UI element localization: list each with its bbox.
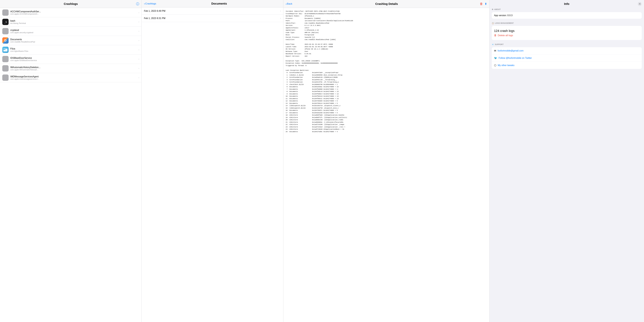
- panel-crashlogs: Crashlogs ⓘ ACCHWComponentAuthSer... com…: [0, 0, 142, 322]
- crashlog-details-title: Crashlog Details: [295, 2, 478, 5]
- logs-section-label: LOGS MANAGEMENT: [495, 22, 514, 24]
- app-info: cryptexd com.apple.security.cryptexd: [10, 29, 137, 34]
- twitter-link[interactable]: 🐦 Follow @foxfortmobile on Twitter: [492, 54, 642, 62]
- documents-nav-header: ‹ Crashlogs Documents: [142, 0, 283, 7]
- doc-date: Feb 1, 2023 8:31 PM: [144, 17, 280, 19]
- app-bundle: com.apple.IMAutomaticHistoryD...: [10, 69, 137, 71]
- chevron-icon: ›: [138, 48, 139, 51]
- back-chevron-icon: ‹: [144, 2, 145, 5]
- logs-section-icon: 📋: [492, 22, 494, 24]
- back-label: Back: [287, 2, 292, 5]
- crash-count: 124 crash logs: [494, 28, 640, 33]
- chevron-icon: ›: [138, 20, 139, 23]
- app-info: IMDMessageServicesAgent com.apple.imdmes…: [10, 75, 137, 80]
- email-icon: ✉: [494, 49, 496, 52]
- app-bundle: com.apple.security.cryptexd: [10, 31, 137, 34]
- app-list-item[interactable]: Filza com.tigisoftware.Filza ›: [0, 45, 142, 54]
- app-list-item[interactable]: _$ bash ws.hbang.Terminal ›: [0, 17, 142, 27]
- about-section-label: ABOUT: [494, 8, 501, 10]
- app-icon: D: [2, 37, 8, 44]
- about-section-header: ⚙ ABOUT: [492, 8, 642, 10]
- app-list: ACCHWComponentAuthSer... com.apple.ACCHW…: [0, 8, 142, 322]
- delete-all-logs-button[interactable]: 🗑 Delete all logs: [494, 33, 640, 38]
- app-icon: [2, 74, 8, 81]
- panel-documents: ‹ Crashlogs Documents Feb 1, 2023 6:49 P…: [142, 0, 283, 322]
- app-version-text: App version: 0.0.3: [494, 14, 512, 16]
- info-header: Info ✕: [490, 0, 644, 8]
- chevron-icon: ›: [138, 67, 139, 70]
- details-nav-header: ‹ Back Crashlog Details 🗑 ⬆: [284, 0, 489, 8]
- crash-count-card: 124 crash logs 🗑 Delete all logs: [492, 26, 642, 40]
- app-info: IDSBlastDoorService com.apple.IDSBlastDo…: [10, 57, 137, 61]
- panel-details: ‹ Back Crashlog Details 🗑 ⬆ Incident Ide…: [284, 0, 490, 322]
- app-name: Documents: [10, 38, 137, 41]
- chevron-icon: ›: [280, 17, 281, 19]
- email-text: foxfortmobile@gmail.com: [498, 49, 524, 52]
- support-links-card: ✉ foxfortmobile@gmail.com 🐦 Follow @foxf…: [492, 47, 642, 69]
- info-content: ⚙ ABOUT App version: 0.0.3 📋 LOGS MANAGE…: [490, 8, 644, 322]
- delete-icon-button[interactable]: 🗑: [480, 2, 483, 6]
- support-section-label: SUPPORT: [495, 43, 504, 45]
- chevron-icon: ›: [138, 11, 139, 14]
- doc-date: Feb 1, 2023 6:49 PM: [144, 10, 280, 12]
- app-info: Documents com.readdle.ReadleDocsIPad: [10, 38, 137, 43]
- app-icon: [2, 9, 8, 16]
- close-button[interactable]: ✕: [638, 2, 642, 6]
- tweaks-icon: ⬡: [494, 64, 496, 67]
- app-icon: [2, 28, 8, 34]
- twitter-text: Follow @foxfortmobile on Twitter: [499, 57, 532, 59]
- app-bundle: com.apple.imdmessageservices.l...: [10, 78, 137, 80]
- info-title: Info: [564, 2, 570, 5]
- app-list-item[interactable]: IMDMessageServicesAgent com.apple.imdmes…: [0, 73, 142, 82]
- documents-title: Documents: [158, 2, 281, 5]
- chevron-icon: ›: [280, 10, 281, 12]
- app-list-item[interactable]: D Documents com.readdle.ReadleDocsIPad ›: [0, 36, 142, 45]
- support-section: 📧 SUPPORT ✉ foxfortmobile@gmail.com 🐦 Fo…: [492, 43, 642, 69]
- app-name: bash: [10, 19, 137, 22]
- app-list-item[interactable]: IDSBlastDoorService com.apple.IDSBlastDo…: [0, 54, 142, 64]
- chevron-icon: ›: [138, 58, 139, 60]
- app-list-item[interactable]: IMAutomaticHistoryDeletion... com.apple.…: [0, 64, 142, 73]
- share-icon-button[interactable]: ⬆: [484, 2, 487, 5]
- app-list-item[interactable]: ACCHWComponentAuthSer... com.apple.ACCHW…: [0, 8, 142, 17]
- back-button[interactable]: ‹ Back: [286, 2, 292, 5]
- app-name: IDSBlastDoorService: [10, 57, 137, 59]
- svg-rect-1: [4, 49, 8, 51]
- crashlogs-back-button[interactable]: ‹ Crashlogs: [144, 2, 156, 5]
- panel-info: Info ✕ ⚙ ABOUT App version: 0.0.3 📋 LOGS…: [490, 0, 644, 322]
- app-bundle: com.apple.IDSBlastDoorService: [10, 59, 137, 61]
- app-name: Filza: [10, 47, 137, 50]
- logs-management-section: 📋 LOGS MANAGEMENT 124 crash logs 🗑 Delet…: [492, 22, 642, 40]
- app-info: IMAutomaticHistoryDeletion... com.apple.…: [10, 66, 137, 71]
- app-info: Filza com.tigisoftware.Filza: [10, 47, 137, 52]
- other-tweaks-text: My other tweaks: [498, 64, 514, 67]
- doc-list-item[interactable]: Feb 1, 2023 6:49 PM ›: [142, 7, 283, 15]
- app-version-card: App version: 0.0.3: [492, 12, 642, 19]
- support-section-header: 📧 SUPPORT: [492, 43, 642, 45]
- delete-icon: 🗑: [494, 34, 497, 37]
- chevron-icon: ›: [138, 76, 139, 79]
- app-icon: [2, 65, 8, 71]
- other-tweaks-link[interactable]: ⬡ My other tweaks: [492, 62, 642, 69]
- crashlogs-header: Crashlogs ⓘ: [0, 0, 142, 8]
- app-bundle: com.readdle.ReadleDocsIPad: [10, 41, 137, 43]
- svg-rect-2: [4, 49, 6, 50]
- logs-section-header: 📋 LOGS MANAGEMENT: [492, 22, 642, 24]
- email-link[interactable]: ✉ foxfortmobile@gmail.com: [492, 47, 642, 54]
- twitter-icon: 🐦: [494, 56, 497, 60]
- app-name: cryptexd: [10, 29, 137, 31]
- doc-list: Feb 1, 2023 6:49 PM › Feb 1, 2023 8:31 P…: [142, 7, 283, 322]
- chevron-icon: ›: [138, 39, 139, 42]
- app-info: bash ws.hbang.Terminal: [10, 19, 137, 24]
- app-list-item[interactable]: cryptexd com.apple.security.cryptexd ›: [0, 27, 142, 36]
- info-icon[interactable]: ⓘ: [136, 2, 139, 6]
- about-section-icon: ⚙: [492, 8, 494, 10]
- app-icon: [2, 47, 8, 53]
- app-bundle: com.apple.ACCHWComponentA...: [10, 13, 137, 15]
- about-section: ⚙ ABOUT App version: 0.0.3: [492, 8, 642, 19]
- app-bundle: com.tigisoftware.Filza: [10, 50, 137, 52]
- support-section-icon: 📧: [492, 43, 494, 45]
- doc-list-item[interactable]: Feb 1, 2023 8:31 PM ›: [142, 15, 283, 22]
- back-label: Crashlogs: [145, 2, 156, 5]
- crashlog-content[interactable]: Incident Identifier: D07F435F-55F2-47B6-…: [284, 8, 489, 322]
